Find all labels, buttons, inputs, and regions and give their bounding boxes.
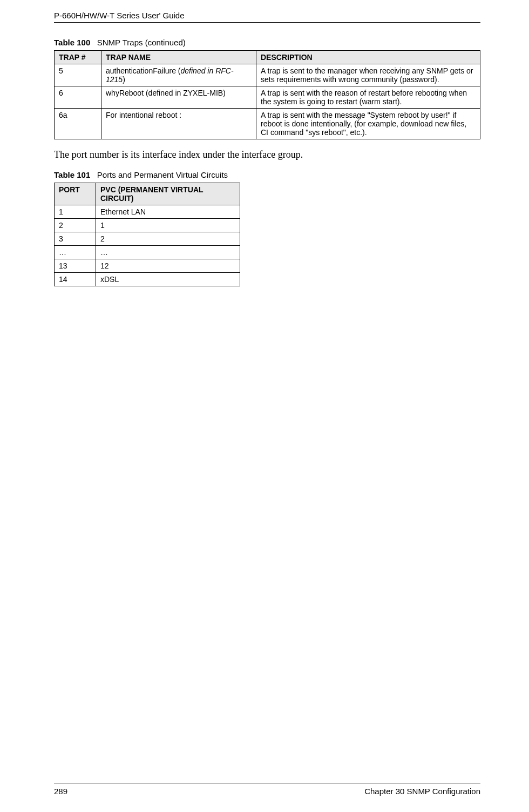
cell-pvc: Ethernet LAN: [96, 205, 240, 219]
cell-port: 14: [55, 273, 96, 286]
table-row: 6 whyReboot (defined in ZYXEL-MIB) A tra…: [55, 86, 480, 109]
cell-pvc: xDSL: [96, 273, 240, 286]
cell-description: A trap is sent with the message "System …: [256, 109, 480, 139]
cell-pvc: 2: [96, 232, 240, 246]
cell-trap-name: whyReboot (defined in ZYXEL-MIB): [101, 86, 256, 109]
cell-port: 3: [55, 232, 96, 246]
table-row: 3 2: [55, 232, 240, 246]
cell-pvc: …: [96, 246, 240, 259]
footer-rule: [54, 783, 480, 783]
table-101-caption-number: Table 101: [54, 170, 90, 179]
cell-pvc: 1: [96, 219, 240, 232]
table-101-header-row: PORT PVC (PERMANENT VIRTUAL CIRCUIT): [55, 183, 240, 205]
cell-port: 13: [55, 259, 96, 273]
cell-port: …: [55, 246, 96, 259]
table-row: 13 12: [55, 259, 240, 273]
table-100-header-row: TRAP # TRAP NAME DESCRIPTION: [55, 51, 480, 64]
table-101-caption: Table 101 Ports and Permanent Virtual Ci…: [54, 170, 480, 179]
cell-port: 1: [55, 205, 96, 219]
cell-trap-number: 6a: [55, 109, 101, 139]
cell-trap-name: For intentional reboot :: [101, 109, 256, 139]
table-row: 2 1: [55, 219, 240, 232]
cell-trap-name: authenticationFailure (defined in RFC-12…: [101, 64, 256, 86]
body-paragraph: The port number is its interface index u…: [54, 149, 480, 160]
table-101-caption-title: Ports and Permanent Virtual Circuits: [97, 170, 228, 179]
running-head: P-660H/HW/W-T Series User' Guide: [54, 11, 480, 20]
table-row: 5 authenticationFailure (defined in RFC-…: [55, 64, 480, 86]
footer-row: 289 Chapter 30 SNMP Configuration: [54, 787, 480, 796]
table-101-header-pvc: PVC (PERMANENT VIRTUAL CIRCUIT): [96, 183, 240, 205]
page-footer: 289 Chapter 30 SNMP Configuration: [54, 783, 480, 796]
cell-description: A trap is sent to the manager when recei…: [256, 64, 480, 86]
cell-trap-name-post: ): [123, 75, 125, 84]
cell-trap-number: 5: [55, 64, 101, 86]
page-number: 289: [54, 787, 67, 796]
cell-trap-name-pre: authenticationFailure (: [106, 66, 181, 75]
cell-trap-number: 6: [55, 86, 101, 109]
table-100-header-trap-number: TRAP #: [55, 51, 101, 64]
table-100-caption: Table 100 SNMP Traps (continued): [54, 38, 480, 47]
cell-port: 2: [55, 219, 96, 232]
table-100-caption-title: SNMP Traps (continued): [97, 38, 186, 47]
table-101-header-port: PORT: [55, 183, 96, 205]
table-100: TRAP # TRAP NAME DESCRIPTION 5 authentic…: [54, 50, 480, 139]
header-rule: [54, 22, 480, 23]
table-100-caption-number: Table 100: [54, 38, 90, 47]
table-row: … …: [55, 246, 240, 259]
cell-pvc: 12: [96, 259, 240, 273]
table-100-header-trap-name: TRAP NAME: [101, 51, 256, 64]
page: P-660H/HW/W-T Series User' Guide Table 1…: [0, 0, 529, 812]
table-row: 1 Ethernet LAN: [55, 205, 240, 219]
table-100-header-description: DESCRIPTION: [256, 51, 480, 64]
table-row: 6a For intentional reboot : A trap is se…: [55, 109, 480, 139]
table-row: 14 xDSL: [55, 273, 240, 286]
table-101: PORT PVC (PERMANENT VIRTUAL CIRCUIT) 1 E…: [54, 183, 240, 286]
cell-description: A trap is sent with the reason of restar…: [256, 86, 480, 109]
chapter-label: Chapter 30 SNMP Configuration: [364, 787, 480, 796]
